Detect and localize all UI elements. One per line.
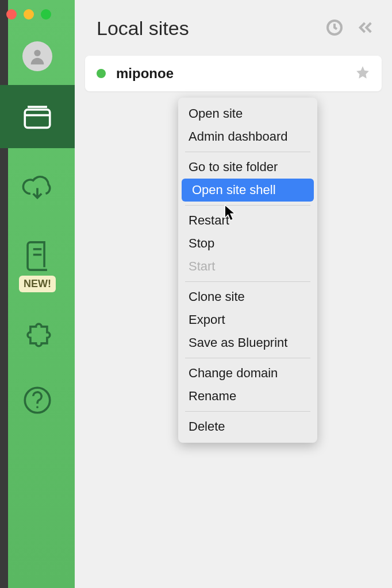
nav-help[interactable]: [9, 375, 66, 425]
svg-point-0: [34, 50, 40, 56]
favorite-button[interactable]: [355, 65, 370, 82]
menu-item-clone-site[interactable]: Clone site: [178, 285, 317, 308]
menu-item-go-to-site-folder[interactable]: Go to site folder: [178, 156, 317, 179]
menu-separator: [185, 205, 310, 206]
person-icon: [28, 47, 47, 66]
menu-item-export[interactable]: Export: [178, 308, 317, 331]
zoom-window-button[interactable]: [41, 9, 51, 20]
menu-separator: [185, 281, 310, 282]
menu-item-start: Start: [178, 255, 317, 278]
sidebar: NEW!: [0, 0, 75, 588]
nav-addons[interactable]: [9, 308, 66, 359]
blueprint-icon: [21, 239, 54, 273]
cloud-download-icon: [21, 173, 54, 206]
new-badge: NEW!: [19, 276, 56, 292]
site-name: miponoe: [116, 65, 355, 82]
menu-item-open-site[interactable]: Open site: [178, 102, 317, 125]
nav-local-sites[interactable]: [0, 85, 75, 148]
site-row[interactable]: miponoe: [85, 56, 382, 91]
svg-point-6: [36, 406, 39, 408]
chevrons-left-icon: [356, 18, 375, 37]
menu-item-restart[interactable]: Restart: [178, 209, 317, 232]
user-avatar[interactable]: [22, 41, 52, 71]
menu-item-save-as-blueprint[interactable]: Save as Blueprint: [178, 331, 317, 354]
header: Local sites: [75, 0, 392, 51]
clock-icon: [325, 18, 344, 37]
close-window-button[interactable]: [6, 9, 17, 20]
page-title: Local sites: [97, 17, 325, 40]
menu-item-rename[interactable]: Rename: [178, 385, 317, 408]
nav-cloud[interactable]: [9, 164, 66, 215]
recent-sites-button[interactable]: [325, 18, 344, 39]
svg-rect-1: [25, 110, 50, 127]
minimize-window-button[interactable]: [24, 9, 34, 20]
window-stack-icon: [21, 100, 54, 133]
menu-item-delete[interactable]: Delete: [178, 415, 317, 438]
puzzle-icon: [21, 317, 54, 350]
menu-item-admin-dashboard[interactable]: Admin dashboard: [178, 125, 317, 148]
star-icon: [355, 65, 370, 80]
help-icon: [21, 384, 54, 417]
menu-separator: [185, 411, 310, 412]
context-menu: Open siteAdmin dashboardGo to site folde…: [178, 98, 317, 443]
menu-item-change-domain[interactable]: Change domain: [178, 362, 317, 385]
menu-separator: [185, 358, 310, 358]
menu-item-stop[interactable]: Stop: [178, 232, 317, 255]
collapse-panel-button[interactable]: [356, 18, 375, 39]
menu-item-open-site-shell[interactable]: Open site shell: [182, 179, 314, 202]
window-traffic-lights: [6, 9, 51, 20]
menu-separator: [185, 152, 310, 152]
site-status-dot: [97, 69, 106, 78]
nav-blueprints[interactable]: [9, 231, 66, 281]
